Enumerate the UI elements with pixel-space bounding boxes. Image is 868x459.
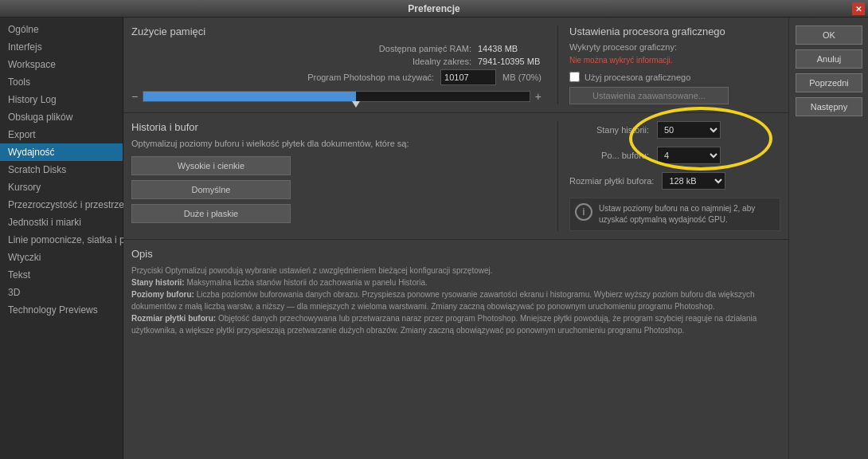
cache-levels-row: Po... buforu: 4 2 6 8 (569, 147, 780, 164)
history-states-select[interactable]: 50 20 100 (657, 121, 721, 139)
ram-label: Dostępna pamięć RAM: (379, 44, 471, 53)
memory-unit: MB (70%) (502, 73, 542, 82)
history-controls-section: Stany historii: 50 20 100 Po... buforu: … (557, 121, 780, 231)
preset-large-flat-button[interactable]: Duże i płaskie (131, 204, 291, 223)
desc-para-0: Przyciski Optymalizuj powodują wybranie … (131, 266, 493, 275)
history-buffer-title: Historia i bufor (131, 121, 542, 133)
sidebar-item-tools[interactable]: Tools (0, 73, 123, 91)
sidebar-item-export[interactable]: Export (0, 126, 123, 143)
sidebar-item-wtyczki[interactable]: Wtyczki (0, 249, 123, 266)
close-button[interactable]: ✕ (852, 2, 865, 15)
ram-value: 14438 MB (478, 44, 542, 53)
sidebar-item-kursory[interactable]: Kursory (0, 178, 123, 196)
gpu-section: Ustawienia procesora graficznego Wykryty… (557, 26, 780, 104)
optimize-text: Optymalizuj poziomy buforu i wielkość pł… (131, 138, 542, 150)
sidebar-item-tekst[interactable]: Tekst (0, 266, 123, 284)
description-title: Opis (131, 248, 780, 260)
desc-para-1-label: Stany historii: (131, 278, 185, 287)
sidebar-item-guides[interactable]: Linie pomocnicze, siatka i plasterki (0, 231, 123, 249)
memory-title: Zużycie pamięci (131, 26, 542, 37)
use-label: Program Photoshop ma używać: (307, 73, 434, 82)
desc-para-1: Maksymalna liczba stanów historii do zac… (186, 278, 427, 287)
memory-slider[interactable] (143, 91, 530, 102)
states-label: Stany historii: (569, 125, 649, 135)
info-text: Ustaw poziomy buforu na co najmniej 2, a… (599, 203, 775, 226)
middle-section: Historia i bufor Optymalizuj poziomy buf… (123, 113, 788, 240)
range-label: Idealny zakres: (412, 57, 471, 66)
sidebar-item-units[interactable]: Jednostki i miarki (0, 214, 123, 231)
content-area: Zużycie pamięci Dostępna pamięć RAM: 144… (123, 18, 788, 459)
sidebar-item-history-log[interactable]: History Log (0, 91, 123, 108)
ok-button[interactable]: OK (796, 26, 862, 45)
history-buffer-section: Historia i bufor Optymalizuj poziomy buf… (131, 121, 542, 231)
memory-use-input[interactable] (440, 69, 496, 85)
description-text: Przyciski Optymalizuj powodują wybranie … (131, 265, 780, 336)
ram-row: Dostępna pamięć RAM: 14438 MB (131, 44, 542, 53)
gpu-title: Ustawienia procesora graficznego (569, 26, 780, 37)
use-gpu-checkbox[interactable] (569, 72, 580, 82)
sidebar-item-3d[interactable]: 3D (0, 284, 123, 301)
desc-para-2-label: Poziomy buforu: (131, 290, 194, 299)
preset-high-thin-button[interactable]: Wysokie i cienkie (131, 156, 291, 175)
tile-size-select[interactable]: 128 kB 64 kB 256 kB (662, 172, 725, 190)
gpu-detected-label: Wykryty procesor graficzny: (569, 42, 780, 52)
use-gpu-label: Użyj procesora graficznego (585, 73, 690, 82)
preset-default-button[interactable]: Domyślne (131, 180, 291, 199)
history-states-row: Stany historii: 50 20 100 (569, 121, 780, 139)
tile-label: Rozmiar płytki bufora: (569, 176, 654, 186)
memory-slider-row: − + (131, 90, 542, 103)
desc-para-3: Objętość danych przechowywana lub przetw… (131, 314, 757, 335)
slider-plus-icon[interactable]: + (535, 90, 542, 103)
sidebar-item-transparency[interactable]: Przezroczystość i przestrzeń kolorów (0, 196, 123, 214)
slider-fill (143, 92, 356, 101)
range-value: 7941-10395 MB (478, 57, 542, 66)
use-row: Program Photoshop ma używać: MB (70%) (131, 69, 542, 85)
cancel-button[interactable]: Anuluj (796, 49, 862, 69)
slider-thumb (352, 101, 360, 108)
sidebar-item-ogolne[interactable]: Ogólne (0, 21, 123, 38)
buttons-panel: OK Anuluj Poprzedni Następny (788, 18, 868, 459)
window-title: Preferencje (408, 3, 459, 14)
info-icon: i (575, 203, 592, 221)
range-row: Idealny zakres: 7941-10395 MB (131, 57, 542, 66)
sidebar-item-scratch-disks[interactable]: Scratch Disks (0, 161, 123, 178)
gpu-settings-button[interactable]: Ustawienia zaawansowane... (569, 87, 729, 104)
sidebar-item-file-handling[interactable]: Obsługa plików (0, 108, 123, 126)
sidebar-item-workspace[interactable]: Workspace (0, 56, 123, 73)
top-section: Zużycie pamięci Dostępna pamięć RAM: 144… (123, 18, 788, 113)
desc-para-2: Liczba poziomów buforowania danych obraz… (131, 290, 754, 311)
sidebar-item-wydajnosc[interactable]: Wydajność (0, 143, 123, 161)
tile-size-row: Rozmiar płytki bufora: 128 kB 64 kB 256 … (569, 172, 780, 190)
sidebar: Ogólne Interfejs Workspace Tools History… (0, 18, 123, 459)
cache-levels-select[interactable]: 4 2 6 8 (657, 147, 721, 164)
next-button[interactable]: Następny (796, 97, 862, 116)
cache-label: Po... buforu: (569, 151, 649, 160)
prev-button[interactable]: Poprzedni (796, 73, 862, 92)
slider-minus-icon[interactable]: − (131, 90, 138, 103)
info-box: i Ustaw poziomy buforu na co najmniej 2,… (569, 198, 780, 231)
description-section: Opis Przyciski Optymalizuj powodują wybr… (123, 240, 788, 459)
sidebar-item-interfejs[interactable]: Interfejs (0, 38, 123, 56)
desc-para-3-label: Rozmiar płytki buforu: (131, 314, 216, 323)
sidebar-item-tech-previews[interactable]: Technology Previews (0, 301, 123, 319)
gpu-error-text: Nie można wykryć informacji. (569, 55, 780, 65)
memory-section: Zużycie pamięci Dostępna pamięć RAM: 144… (131, 26, 542, 104)
use-gpu-row: Użyj procesora graficznego (569, 72, 780, 82)
title-bar: Preferencje ✕ (0, 0, 868, 18)
